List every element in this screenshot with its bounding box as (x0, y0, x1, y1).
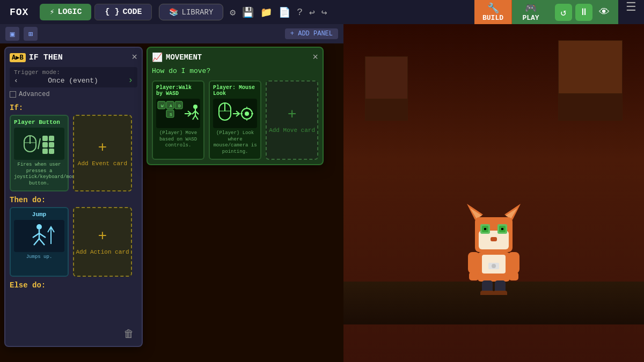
svg-point-37 (245, 112, 249, 116)
if-cards-row: Player Button (10, 115, 137, 191)
redo-icon[interactable]: ↪ (321, 6, 327, 18)
svg-line-31 (195, 115, 198, 120)
code-nav-icon: { } (105, 8, 119, 17)
mouse-look-card-title: Player: Mouse Look (213, 85, 257, 97)
walk-card-desc: (Player) Move based on WASD controls. (156, 130, 200, 149)
trigger-value-row[interactable]: ‹ Once (event) › (14, 76, 133, 85)
build-btn[interactable]: 🔧 BUILD (474, 0, 512, 24)
advanced-label: Advanced (19, 91, 50, 98)
build-play-section: 🔧 BUILD 🎮 PLAY ↺ ⏸ 👁 ☰ (474, 0, 644, 24)
player-button-card-desc: Fires when user presses a joystick/keybo… (14, 162, 64, 187)
svg-rect-62 (509, 272, 518, 280)
delete-icon[interactable]: 🗑 (123, 328, 134, 341)
play-icon: 🎮 (525, 2, 537, 14)
add-event-plus-icon: + (98, 139, 107, 156)
jump-card-icon (14, 220, 64, 252)
pause-btn[interactable]: ⏸ (575, 4, 592, 21)
ifthen-title: A▶B IF THEN (10, 53, 63, 62)
ifthen-close-btn[interactable]: × (131, 52, 137, 63)
movement-title-text: MOVEMENT (166, 53, 202, 62)
nav-logic-btn[interactable]: ⚡ LOGIC (40, 4, 91, 20)
add-event-card[interactable]: + Add Event card (73, 115, 132, 191)
svg-point-58 (492, 264, 496, 268)
svg-rect-6 (42, 142, 48, 147)
svg-line-12 (33, 233, 39, 238)
panel-icon-2[interactable]: ⊞ (24, 27, 38, 41)
svg-rect-61 (469, 272, 479, 280)
trigger-value-text: Once (event) (48, 77, 98, 85)
top-bar: FOX ⚡ LOGIC { } CODE 📚 LIBRARY ⚙ 💾 📁 📄 ?… (0, 0, 644, 24)
svg-rect-59 (468, 252, 480, 274)
svg-rect-4 (42, 136, 48, 141)
add-event-label: Add Event card (78, 160, 127, 167)
movement-icon: 📈 (152, 52, 163, 63)
svg-rect-60 (508, 252, 519, 274)
movement-question: How do I move? (152, 67, 318, 75)
trigger-chevron-left[interactable]: ‹ (14, 77, 18, 85)
svg-line-15 (39, 239, 45, 245)
jump-card-desc: Jumps up. (14, 254, 64, 260)
topbar-icons: ⚙ 💾 📁 📄 ? ↩ ↪ (230, 6, 327, 18)
logic-nav-icon: ⚡ (49, 7, 54, 17)
fox-character (462, 198, 526, 298)
movement-title: 📈 MOVEMENT (152, 52, 202, 63)
eye-btn[interactable]: 👁 (596, 4, 613, 21)
panel-icon-1[interactable]: ▣ (5, 27, 19, 41)
mouse-look-card[interactable]: Player: Mouse Look (209, 80, 261, 160)
jump-card-title: Jump (14, 211, 64, 218)
advanced-checkbox[interactable] (10, 91, 16, 98)
svg-rect-8 (42, 149, 48, 154)
mouse-look-card-desc: (Player) Look where mouse/camera is poin… (213, 130, 257, 156)
add-action-card[interactable]: + Add Action card (73, 207, 132, 277)
else-section-label: Else do: (10, 281, 137, 290)
nav-code-btn[interactable]: { } CODE (94, 4, 152, 20)
help-icon[interactable]: ? (297, 7, 303, 18)
code-nav-label: CODE (122, 8, 142, 17)
walk-card-icon: W A D S (156, 99, 200, 128)
svg-rect-54 (491, 237, 497, 241)
jump-card[interactable]: Jump Jumps up. (10, 207, 69, 277)
undo-icon[interactable]: ↩ (309, 6, 315, 18)
svg-rect-65 (480, 291, 494, 295)
refresh-btn[interactable]: ↺ (555, 4, 572, 21)
library-label: LIBRARY (181, 8, 213, 17)
add-panel-btn[interactable]: + ADD PANEL (285, 28, 338, 39)
movement-cards-row: Player:Walk by WASD W A D S (152, 80, 318, 160)
add-move-card[interactable]: + Add Move card (266, 80, 318, 160)
svg-text:S: S (170, 112, 172, 117)
folder-icon[interactable]: 📁 (260, 6, 272, 18)
svg-rect-5 (49, 136, 54, 141)
player-button-card[interactable]: Player Button (10, 115, 69, 191)
add-move-plus-icon: + (288, 106, 297, 123)
build-label: BUILD (482, 14, 503, 22)
svg-line-13 (39, 233, 46, 238)
bg-block-2 (365, 99, 408, 121)
trigger-mode-section: Trigger mode: ‹ Once (event) › (10, 67, 137, 87)
svg-text:A: A (170, 104, 172, 108)
hamburger-icon[interactable]: ☰ (618, 0, 644, 24)
bg-block-1 (365, 56, 408, 99)
advanced-checkbox-row[interactable]: Advanced (10, 91, 137, 98)
ifthen-panel: A▶B IF THEN × Trigger mode: ‹ Once (even… (4, 47, 143, 347)
ab-icon: A▶B (10, 53, 26, 62)
trigger-label: Trigger mode: (14, 69, 133, 76)
play-btn[interactable]: 🎮 PLAY (512, 0, 550, 24)
svg-text:W: W (161, 104, 164, 108)
svg-text:D: D (178, 104, 181, 108)
svg-rect-9 (49, 149, 54, 154)
viewport[interactable]: 1 ⬡ CREATE 2 ✛ MOVE 3 ↻ ROTATE 4 ⤢ SCALE… (343, 24, 644, 362)
svg-rect-53 (501, 228, 503, 230)
walk-card-title: Player:Walk by WASD (156, 85, 200, 97)
library-btn[interactable]: 📚 LIBRARY (159, 4, 223, 20)
movement-panel: 📈 MOVEMENT × How do I move? Player:Walk … (147, 47, 324, 165)
save-icon[interactable]: 💾 (242, 6, 254, 18)
add-file-icon[interactable]: 📄 (279, 6, 290, 18)
walk-wasd-card[interactable]: Player:Walk by WASD W A D S (152, 80, 204, 160)
add-move-label: Add Move card (269, 127, 315, 134)
svg-line-14 (34, 239, 39, 245)
movement-close-btn[interactable]: × (312, 52, 318, 63)
ifthen-panel-header: A▶B IF THEN × (10, 52, 137, 63)
trigger-chevron-right[interactable]: › (128, 76, 133, 85)
action-btns: ↺ ⏸ 👁 (550, 0, 618, 24)
settings-icon[interactable]: ⚙ (230, 6, 236, 18)
